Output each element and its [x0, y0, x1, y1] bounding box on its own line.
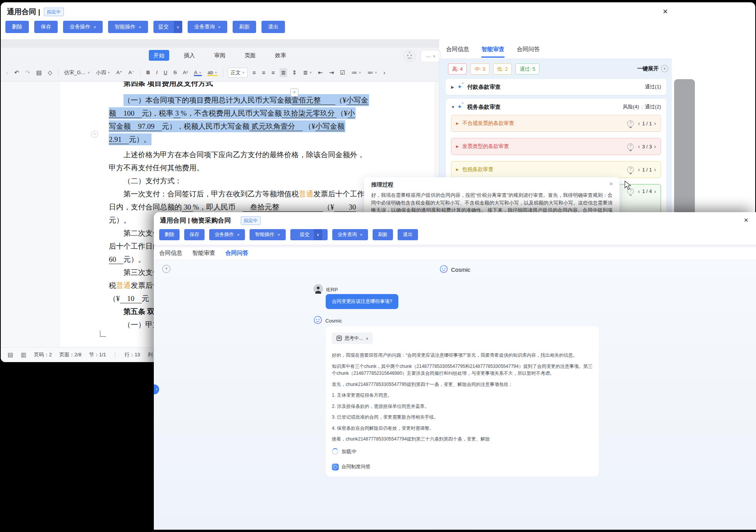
expand-triangle-icon[interactable]: ▶	[451, 85, 457, 89]
underline-icon[interactable]: U	[162, 68, 169, 76]
align-center-icon[interactable]: ≡	[260, 68, 267, 77]
toolbar-button[interactable]: 刷新	[233, 21, 256, 33]
more-options-button[interactable]: ··· ∨	[421, 50, 441, 62]
review-item[interactable]: ▶发票类型的条款审查?‹3 / 3›	[451, 138, 661, 155]
indent-increase-icon[interactable]: ⇥	[328, 68, 336, 77]
format-painter-icon[interactable]: ◇	[46, 68, 54, 77]
severity-badge[interactable]: 高: 4	[448, 63, 467, 75]
paragraph-style-select[interactable]: 正文∨	[228, 68, 248, 78]
brain-icon	[336, 336, 342, 341]
highlight-color-icon[interactable]: ab∨	[206, 68, 219, 76]
comment-marker-icon[interactable]: +	[290, 88, 298, 96]
line-spacing-icon[interactable]: ⇕	[290, 68, 298, 77]
align-right-icon[interactable]: ≡	[270, 68, 276, 77]
next-arrow-icon[interactable]: ›	[654, 188, 656, 195]
tab-1[interactable]: 智能审查	[481, 46, 505, 58]
font-color-icon[interactable]: A∨	[193, 68, 203, 76]
toolbar-button[interactable]: 退出	[261, 21, 285, 33]
task-list-icon[interactable]: ☑	[338, 68, 346, 77]
doc-line: 元）。	[109, 214, 131, 226]
outline-collapse-icon[interactable]: −	[91, 131, 98, 138]
chevron-down-icon: ∨	[108, 71, 110, 74]
font-family-select[interactable]: 仿宋_G…∨	[63, 68, 92, 77]
toolbar-button[interactable]: 业务操作∨	[209, 229, 245, 240]
severity-badge[interactable]: 中: 3	[470, 63, 489, 75]
ribbon-tab[interactable]: 审阅	[210, 50, 230, 61]
collapse-toolbar-icon[interactable]: ‹	[5, 68, 10, 77]
toolbar-button[interactable]: 智能操作∨	[108, 21, 148, 33]
numbered-list-icon[interactable]: ≕∨	[366, 68, 379, 77]
review-item[interactable]: ▶不合规发票的条款审查?‹1 / 1›	[451, 115, 661, 132]
toolbar-button[interactable]: 业务操作∨	[63, 21, 103, 33]
ribbon-tab[interactable]: 效率	[270, 50, 291, 61]
group-header[interactable]: ▼ ✦✦ 税务条款审查 风险(4)|通过(2)	[451, 99, 661, 115]
toolbar-button[interactable]: 提交∨	[153, 21, 182, 33]
hint-bulb-icon[interactable]: ?	[627, 143, 634, 150]
increase-font-icon[interactable]: A⁺	[115, 68, 124, 76]
bullet-list-icon[interactable]: ≔∨	[350, 68, 363, 77]
toolbar-button[interactable]: 刷新	[373, 229, 393, 240]
next-arrow-icon[interactable]: ›	[654, 120, 656, 126]
severity-badge[interactable]: 通过: 5	[515, 63, 539, 75]
bold-icon[interactable]: B	[145, 68, 152, 76]
align-justify-icon[interactable]: ≣	[280, 68, 288, 77]
more-tools-icon[interactable]: ›	[382, 68, 387, 77]
close-icon[interactable]: ✕	[663, 8, 668, 16]
font-size-select[interactable]: 小四∨	[95, 68, 112, 77]
document-view-icon[interactable]: ▥	[21, 351, 26, 358]
spacing-menu-icon[interactable]: ≣∨	[301, 68, 313, 77]
tab-2[interactable]: 合同问答	[517, 46, 540, 58]
toolbar-button[interactable]: 业务查询∨	[188, 21, 227, 33]
prev-arrow-icon[interactable]: ‹	[638, 120, 640, 126]
toolbar-button[interactable]: 智能操作∨	[250, 229, 285, 240]
page-title: 通用合同 |	[7, 7, 40, 17]
expand-triangle-icon[interactable]: ▶	[456, 168, 459, 171]
decrease-font-icon[interactable]: A⁻	[127, 68, 136, 76]
toolbar-button[interactable]: 业务查询∨	[332, 229, 368, 240]
expand-triangle-icon[interactable]: ▶	[456, 145, 459, 148]
chevron-down-icon[interactable]: ∨	[174, 21, 182, 33]
stop-generating-button[interactable]: 停止生成	[437, 529, 473, 530]
prev-arrow-icon[interactable]: ‹	[638, 188, 640, 195]
toolbar-button[interactable]: 删除	[159, 229, 180, 240]
toolbar-button[interactable]: 删除	[5, 21, 29, 33]
undo-icon[interactable]: ↶	[13, 68, 21, 77]
ribbon-tab[interactable]: 页面	[240, 50, 260, 61]
superscript-icon[interactable]: Aˣ	[182, 68, 190, 76]
strikethrough-icon[interactable]: S	[172, 68, 178, 76]
assistant-header: Cosmic	[154, 265, 756, 274]
panel-scrollbar[interactable]	[674, 79, 695, 214]
review-item[interactable]: ▶包税条款审查?‹1 / 1›	[451, 161, 661, 178]
severity-badge[interactable]: 低: 2	[493, 63, 512, 75]
expand-triangle-icon[interactable]: ▶	[456, 121, 459, 125]
toolbar-button[interactable]: 保存	[184, 229, 205, 240]
review-group-payment[interactable]: ▶ ✦✦ 付款条款审查 通过(1)	[446, 79, 666, 95]
thinking-toggle[interactable]: 思考中... ∧	[332, 332, 373, 344]
prev-arrow-icon[interactable]: ‹	[638, 166, 640, 173]
chevron-down-icon[interactable]: ∨	[314, 229, 322, 240]
tab-0[interactable]: 合同信息	[446, 46, 469, 58]
toolbar-button[interactable]: 提交∨	[290, 229, 328, 240]
indent-decrease-icon[interactable]: ⇤	[316, 68, 325, 77]
paste-icon[interactable]: ▤	[35, 68, 43, 77]
close-icon[interactable]: ✕	[744, 217, 749, 224]
align-left-icon[interactable]: ≡	[251, 68, 257, 77]
hint-bulb-icon[interactable]: ?	[627, 166, 634, 173]
next-arrow-icon[interactable]: ›	[654, 143, 656, 150]
ribbon-tab[interactable]: 开始	[149, 50, 169, 61]
italic-icon[interactable]: I	[155, 68, 159, 76]
toolbar-button[interactable]: 退出	[398, 229, 418, 240]
prev-arrow-icon[interactable]: ‹	[638, 143, 640, 150]
expand-all-button[interactable]: 一键展开 ∨	[637, 65, 668, 72]
collapse-triangle-icon[interactable]: ▼	[451, 105, 457, 109]
toolbar-button[interactable]: 保存	[34, 21, 58, 33]
hint-bulb-icon[interactable]: ?	[627, 120, 634, 127]
assistant-robot-icon[interactable]	[403, 50, 416, 62]
thinking-paragraph: 首先，chunk2148777853305547795提到第四十一条，变更、解除…	[332, 381, 593, 388]
redo-icon[interactable]: ↷	[24, 68, 32, 77]
next-arrow-icon[interactable]: ›	[654, 166, 656, 173]
close-icon[interactable]: ✕	[609, 181, 613, 187]
document-view-icon[interactable]: ▤	[8, 351, 13, 358]
knowledge-source-tag[interactable]: 合同制度问答	[332, 464, 593, 470]
ribbon-tab[interactable]: 插入	[179, 50, 200, 61]
